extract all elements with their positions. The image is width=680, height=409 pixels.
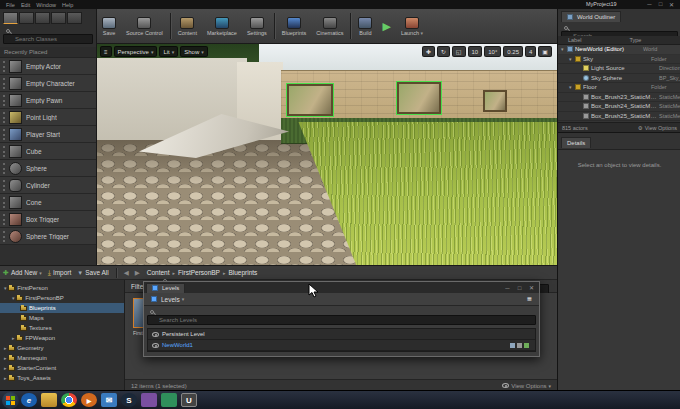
outliner-row-brush24[interactable]: Box_Brush24_StaticMeshStaticMeshActor	[558, 102, 680, 112]
painting-3[interactable]	[483, 90, 507, 112]
camera-speed-button[interactable]: 4	[525, 46, 536, 57]
world-outliner-tab[interactable]: World Outliner	[561, 11, 621, 22]
outliner-row-brush23[interactable]: Box_Brush23_StaticMeshStaticMeshActor	[558, 93, 680, 103]
title-bar[interactable]: File Edit Window Help MyProject19 ─ □ ✕	[0, 0, 680, 9]
taskbar-unreal-icon[interactable]: U	[181, 393, 197, 407]
menu-help[interactable]: Help	[62, 2, 73, 8]
lock-level-icon[interactable]	[517, 343, 522, 348]
launch-button[interactable]: Launch ▾	[396, 9, 428, 43]
outliner-row-sky[interactable]: ▾SkyFolder	[558, 55, 680, 65]
mode-item-sphere[interactable]: Sphere	[0, 160, 96, 177]
details-tab[interactable]: Details	[561, 137, 591, 148]
source-folder-startercontent[interactable]: ▸ StarterContent	[0, 363, 124, 373]
back-button[interactable]: ◀	[121, 268, 132, 278]
move-gizmo-button[interactable]: ✚	[422, 46, 435, 57]
breadcrumb-firstpersonbp[interactable]: FirstPersonBP	[178, 269, 220, 276]
lit-mode-button[interactable]: Lit▾	[159, 46, 178, 57]
levels-tab[interactable]: Levels	[146, 283, 185, 293]
play-button[interactable]: ▶	[377, 9, 395, 43]
mode-item-cube[interactable]: Cube	[0, 143, 96, 160]
minimize-button[interactable]: ─	[644, 1, 655, 7]
source-folder-firstperson[interactable]: ▾ FirstPerson	[0, 283, 124, 293]
mode-item-point-light[interactable]: Point Light	[0, 109, 96, 126]
mode-item-cone[interactable]: Cone	[0, 194, 96, 211]
outliner-column-headers[interactable]: Label Type	[558, 36, 680, 45]
mode-item-empty-actor[interactable]: Empty Actor	[0, 58, 96, 75]
mode-tab-place[interactable]	[3, 12, 18, 24]
scale-gizmo-button[interactable]: ◱	[452, 46, 466, 57]
maximize-viewport-button[interactable]: ▣	[538, 46, 552, 57]
mode-tab-landscape[interactable]	[35, 12, 50, 24]
outliner-row-sky-sphere[interactable]: Sky SphereBP_Sky_Sphere	[558, 74, 680, 84]
show-flags-button[interactable]: Show▾	[180, 46, 208, 57]
taskbar-store-icon[interactable]	[161, 393, 177, 407]
scale-snap-button[interactable]: 0.25	[503, 46, 523, 57]
source-folder-maps[interactable]: Maps	[0, 313, 124, 323]
source-folder-blueprints-selected[interactable]: Blueprints	[0, 303, 124, 313]
levels-search-input[interactable]	[147, 315, 536, 325]
taskbar-media-player-icon[interactable]: ▶	[81, 393, 97, 407]
save-button[interactable]: Save	[97, 9, 121, 43]
content-button[interactable]: Content	[173, 9, 202, 43]
taskbar-folder-icon[interactable]	[41, 393, 57, 407]
mode-item-sphere-trigger[interactable]: Sphere Trigger	[0, 228, 96, 245]
mode-tab-geometry[interactable]	[67, 12, 82, 24]
outliner-row-light-source[interactable]: Light SourceDirectionalLight	[558, 64, 680, 74]
start-button[interactable]	[2, 392, 19, 409]
outliner-row-brush25[interactable]: Box_Brush25_StaticMeshStaticMeshActor	[558, 112, 680, 122]
viewport-options-button[interactable]: ≡	[100, 46, 112, 57]
source-folder-mannequin[interactable]: ▸ Mannequin	[0, 353, 124, 363]
visibility-eye-icon[interactable]	[152, 343, 159, 348]
import-button[interactable]: ⤓Import	[45, 268, 75, 278]
source-folder-firstpersonbp[interactable]: ▾ FirstPersonBP	[0, 293, 124, 303]
mode-item-cylinder[interactable]: Cylinder	[0, 177, 96, 194]
level-row-newworld1[interactable]: NewWorld1	[148, 340, 535, 351]
breadcrumb-content[interactable]: Content	[147, 269, 170, 276]
taskbar-photos-icon[interactable]	[141, 393, 157, 407]
levels-menu-button[interactable]: Levels▾	[148, 295, 187, 304]
level-row-persistent[interactable]: Persistent Level	[148, 329, 535, 340]
color-level-icon[interactable]	[524, 343, 529, 348]
settings-button[interactable]: Settings	[242, 9, 272, 43]
outliner-row-world[interactable]: ▾NewWorld (Editor)World	[558, 45, 680, 55]
menu-edit[interactable]: Edit	[21, 2, 30, 8]
menu-file[interactable]: File	[6, 2, 15, 8]
mode-item-player-start[interactable]: Player Start	[0, 126, 96, 143]
save-all-button[interactable]: ▼Save All	[74, 268, 111, 277]
viewport-3d-scene[interactable]: ≡ Perspective▾ Lit▾ Show▾ ✚ ↻ ◱ 10 10° 0…	[97, 44, 557, 265]
visibility-eye-icon[interactable]	[152, 332, 159, 337]
painting-2-selected[interactable]	[397, 82, 441, 114]
close-button[interactable]: ✕	[666, 1, 677, 8]
grid-snap-button[interactable]: 10	[468, 46, 483, 57]
cinematics-button[interactable]: Cinematics	[311, 9, 348, 43]
source-folder-toys-assets[interactable]: ▸ Toys_Assets	[0, 373, 124, 383]
source-folder-geometry[interactable]: ▸ Geometry	[0, 343, 124, 353]
rotation-snap-button[interactable]: 10°	[484, 46, 501, 57]
mode-tab-foliage[interactable]	[51, 12, 66, 24]
maximize-button[interactable]: □	[514, 285, 525, 291]
breadcrumb-blueprints[interactable]: Blueprints	[228, 269, 257, 276]
marketplace-button[interactable]: Marketplace	[202, 9, 242, 43]
mode-item-box-trigger[interactable]: Box Trigger	[0, 211, 96, 228]
painting-1-selected[interactable]	[287, 84, 333, 116]
outliner-view-options-button[interactable]: ⚙View Options	[638, 125, 677, 131]
source-folder-fpweapon[interactable]: ▸ FPWeapon	[0, 333, 124, 343]
maximize-button[interactable]: □	[655, 1, 666, 7]
close-button[interactable]: ✕	[526, 284, 537, 291]
modes-search-input[interactable]	[3, 34, 93, 44]
mode-item-empty-pawn[interactable]: Empty Pawn	[0, 92, 96, 109]
forward-button[interactable]: ▶	[132, 268, 143, 278]
menu-window[interactable]: Window	[36, 2, 56, 8]
rotate-gizmo-button[interactable]: ↻	[437, 46, 450, 57]
build-button[interactable]: Build	[353, 9, 377, 43]
cb-view-options-button[interactable]: View Options▾	[502, 383, 551, 389]
perspective-button[interactable]: Perspective▾	[114, 46, 158, 57]
taskbar-mail-icon[interactable]: ✉	[101, 393, 117, 407]
source-folder-textures[interactable]: Textures	[0, 323, 124, 333]
taskbar-browser-icon[interactable]: e	[21, 393, 37, 407]
source-control-button[interactable]: Source Control	[121, 9, 168, 43]
minimize-button[interactable]: ─	[502, 285, 513, 291]
levels-title-bar[interactable]: Levels ─ □ ✕	[144, 282, 539, 293]
save-level-icon[interactable]	[510, 343, 515, 348]
taskbar-chrome-icon[interactable]	[61, 393, 77, 407]
